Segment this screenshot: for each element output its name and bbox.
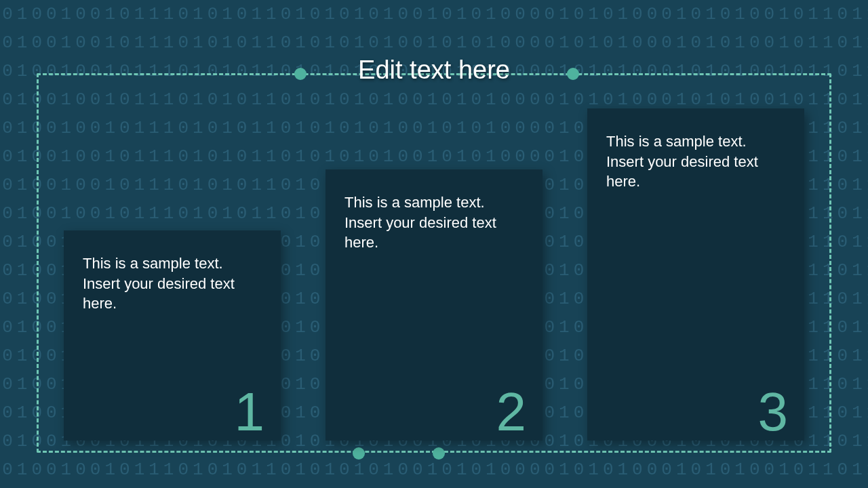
frame-dot-bottom-left xyxy=(353,447,365,460)
card-3[interactable]: This is a sample text. Insert your desir… xyxy=(587,108,804,441)
card-text[interactable]: This is a sample text. Insert your desir… xyxy=(83,253,262,314)
card-number: 3 xyxy=(758,381,789,443)
frame-dot-bottom-right xyxy=(433,447,445,460)
card-number: 2 xyxy=(496,381,527,443)
card-text[interactable]: This is a sample text. Insert your desir… xyxy=(606,131,785,192)
card-2[interactable]: This is a sample text. Insert your desir… xyxy=(326,169,542,441)
card-1[interactable]: This is a sample text. Insert your desir… xyxy=(64,230,281,441)
slide-title[interactable]: Edit text here xyxy=(0,56,868,85)
cards-container: This is a sample text. Insert your desir… xyxy=(64,81,804,441)
card-number: 1 xyxy=(235,381,265,443)
card-text[interactable]: This is a sample text. Insert your desir… xyxy=(344,192,524,253)
